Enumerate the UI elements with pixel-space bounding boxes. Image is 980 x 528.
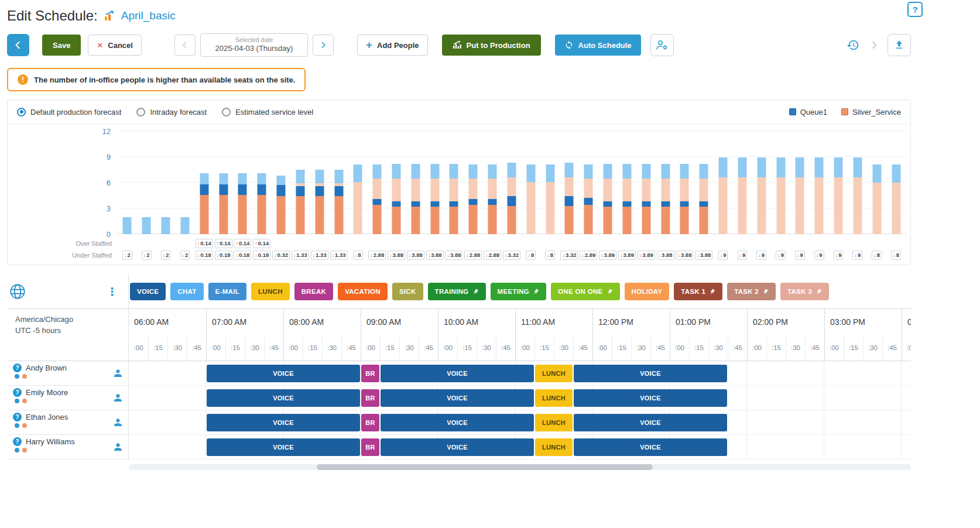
activity-chip-sick[interactable]: SICK [392,283,423,300]
schedule-block-voice[interactable]: VOICE [207,414,360,431]
employee-row[interactable]: ?Harry Williams [7,435,128,460]
activity-chip-lunch[interactable]: LUNCH [251,283,290,300]
schedule-block-lunch[interactable]: LUNCH [535,365,573,382]
chart-bar [540,131,560,234]
schedule-block-voice[interactable]: VOICE [207,438,360,456]
activity-chip-voice[interactable]: VOICE [130,283,166,300]
legend-item-silver_service[interactable]: Silver_Service [841,108,901,116]
under-staffed-badge: ↓3.88 [407,251,424,260]
chart-bar-segment [546,182,554,234]
back-button[interactable] [7,34,29,56]
schedule-chart-icon [104,10,115,22]
activity-chip-task1[interactable]: TASK 1 [674,283,722,300]
timeline-hour-label: 07:00 AM [206,309,283,335]
chart-bar-segment [815,177,824,234]
activity-chip-task3[interactable]: TASK 3 [780,283,829,300]
auto-schedule-button[interactable]: Auto Schedule [555,35,641,56]
put-to-production-button[interactable]: Put to Production [442,35,541,56]
activity-chip-chat[interactable]: CHAT [170,283,203,300]
staffing-preferences-button[interactable] [650,34,674,56]
activity-chip-task2[interactable]: TASK 2 [727,283,776,300]
under-staffed-badge: ↓2.89 [580,251,597,260]
skill-dot [15,448,19,452]
schedule-block-break[interactable]: BR [361,438,379,456]
schedule-block-break[interactable]: BR [361,389,379,407]
under-staffed-badge: ↓9 [718,251,728,260]
chart-bar-segment [392,201,401,207]
employee-row[interactable]: ?Emily Moore [7,386,128,410]
activity-chip-training[interactable]: TRAINING [428,283,486,300]
next-date-button[interactable] [313,35,334,56]
chart-bar [502,131,522,234]
cancel-button[interactable]: ✕ Cancel [88,35,142,56]
schedule-menu-kebab-icon[interactable]: ⋮ [107,285,118,299]
schedule-block-lunch[interactable]: LUNCH [535,438,573,456]
save-button[interactable]: Save [42,35,81,56]
redo-button[interactable] [869,40,879,50]
employee-row[interactable]: ?Andy Brown [7,361,128,386]
chart-bar [310,131,329,234]
down-arrow-icon: ↓ [409,252,412,258]
radio-icon [17,108,26,116]
chevron-left-icon [181,42,189,49]
schedule-block-lunch[interactable]: LUNCH [535,414,573,431]
close-icon: ✕ [97,41,103,50]
schedule-block-voice[interactable]: VOICE [574,438,727,456]
schedule-name[interactable]: April_basic [121,9,176,22]
chart-bar [579,131,598,234]
scrollbar-thumb[interactable] [317,464,653,470]
history-button[interactable] [845,37,861,53]
add-people-button[interactable]: + Add People [357,35,428,56]
timeline-hour-label: 01:00 PM [670,309,747,335]
activity-chip-holiday[interactable]: HOLIDAY [625,283,670,300]
schedule-block-voice[interactable]: VOICE [574,414,727,431]
schedule-block-break[interactable]: BR [361,414,379,431]
employee-row[interactable]: ?Ethan Jones [7,410,128,435]
schedule-block-lunch[interactable]: LUNCH [535,389,573,407]
export-button[interactable] [888,34,911,56]
selected-date-field[interactable]: Selected date 2025-04-03 (Thursday) [200,33,308,57]
chart-bar-segment [680,207,689,234]
schedule-block-voice[interactable]: VOICE [381,414,534,431]
activity-chip-oneonone[interactable]: ONE ON ONE [551,283,619,300]
schedule-block-voice[interactable]: VOICE [574,389,727,407]
schedule-block-voice[interactable]: VOICE [207,365,360,382]
activity-chip-meeting[interactable]: MEETING [491,283,547,300]
timeline-hour-label: 08:00 AM [283,309,361,335]
schedule-block-voice[interactable]: VOICE [381,389,534,407]
schedule-block-voice[interactable]: VOICE [381,365,534,382]
forecast-option-2[interactable]: Intraday forecast [136,108,207,116]
person-icon[interactable] [114,393,122,402]
forecast-option-1[interactable]: Default production forecast [17,108,121,116]
schedule-block-voice[interactable]: VOICE [381,438,534,456]
skill-dot [15,399,19,403]
horizontal-scrollbar[interactable] [129,464,911,470]
chart-bar-segment [700,207,708,234]
forecast-option-3[interactable]: Estimated service level [222,108,313,116]
activity-chip-label: TASK 2 [734,288,759,295]
timeline-quarter-label: :30 [631,335,650,361]
chart-bar-segment [604,201,612,207]
timeline-quarter-label: :00 [129,335,148,361]
over-staffed-badges: ↑0.14↑0.14↑0.14↑0.14 [118,239,906,248]
chart-bar [752,131,771,234]
previous-date-button[interactable] [174,35,196,56]
schedule-block-break[interactable]: BR [361,365,379,382]
person-icon[interactable] [114,443,122,451]
down-arrow-icon: ↓ [389,252,392,258]
down-arrow-icon: ↓ [547,252,550,258]
schedule-block-voice[interactable]: VOICE [207,389,360,407]
under-staffed-badge: ↓2.88 [368,251,386,260]
activity-chip-vacation[interactable]: VACATION [338,283,388,300]
timeline-quarter-label: :45 [882,335,902,361]
schedule-block-voice[interactable]: VOICE [574,365,727,382]
person-icon[interactable] [114,418,122,427]
activity-chip-email[interactable]: E-MAIL [208,283,246,300]
chart-bar-segment [700,164,708,179]
timezone-globe-icon[interactable] [9,283,26,300]
timeline-quarter-label: :30 [167,335,187,361]
legend-item-queue1[interactable]: Queue1 [789,108,827,116]
person-icon[interactable] [114,369,122,378]
chart-bar-segment [604,207,612,234]
activity-chip-break[interactable]: BREAK [294,283,333,300]
